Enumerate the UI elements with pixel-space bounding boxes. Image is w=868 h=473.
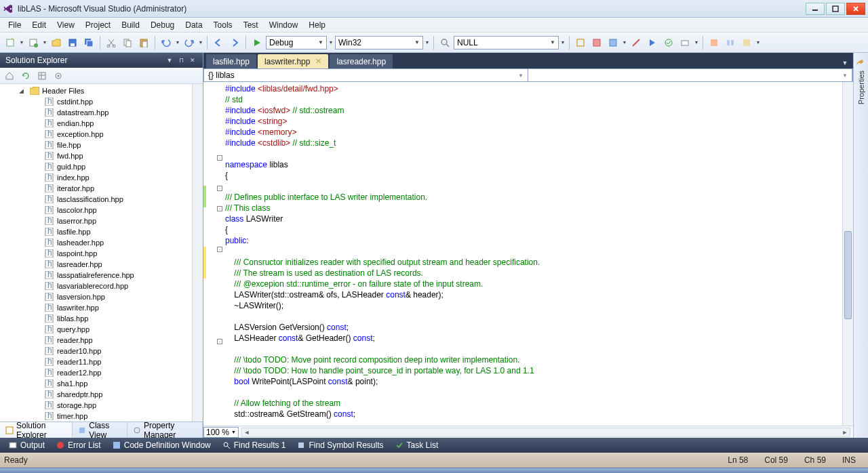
- panel-close-icon[interactable]: ✕: [188, 56, 197, 65]
- menu-build[interactable]: Build: [116, 19, 145, 31]
- dropdown-icon[interactable]: ▼: [425, 35, 430, 50]
- undo-icon[interactable]: [159, 35, 174, 50]
- scroll-left-icon[interactable]: ◄: [242, 429, 252, 436]
- tab-code-def[interactable]: Code Definition Window: [106, 438, 216, 452]
- tb-icon-b[interactable]: [589, 35, 604, 50]
- platform-combo[interactable]: Win32▼: [335, 36, 423, 49]
- tab-find-symbol[interactable]: Find Symbol Results: [291, 438, 389, 452]
- tab-error-list[interactable]: Error List: [50, 438, 106, 452]
- windows-taskbar[interactable]: [0, 468, 868, 473]
- tree-file[interactable]: hlasclassification.hpp: [0, 194, 192, 205]
- tb-icon-d[interactable]: [629, 35, 644, 50]
- start-debug-icon[interactable]: [250, 35, 264, 50]
- dropdown-icon[interactable]: ▼: [328, 35, 334, 50]
- outline-gutter[interactable]: - - - - -: [203, 82, 222, 426]
- tree-file[interactable]: hdatastream.hpp: [0, 107, 192, 118]
- code-area[interactable]: - - - - - #include <liblas/detail/fwd.hp…: [203, 82, 853, 426]
- tree-folder[interactable]: ◢ Header Files: [0, 85, 192, 96]
- editor-tab-lasreader[interactable]: lasreader.hpp: [330, 54, 393, 68]
- menu-help[interactable]: Help: [303, 19, 331, 31]
- outline-toggle-icon[interactable]: -: [217, 206, 222, 211]
- dropdown-icon[interactable]: ▼: [175, 35, 180, 50]
- tree-file[interactable]: hquery.hpp: [0, 324, 192, 335]
- tree-file[interactable]: hguid.hpp: [0, 161, 192, 172]
- dropdown-icon[interactable]: ▼: [560, 35, 566, 50]
- zoom-combo[interactable]: 100 %▼: [203, 427, 239, 438]
- editor-tab-lasfile[interactable]: lasfile.hpp: [206, 54, 256, 68]
- file-tree[interactable]: ◢ Header Files hcstdint.hpphdatastream.h…: [0, 84, 192, 421]
- scope-member-combo[interactable]: ▼: [528, 69, 852, 81]
- menu-file[interactable]: File: [3, 19, 26, 31]
- tab-class-view[interactable]: Class View: [73, 422, 127, 438]
- panel-dropdown-icon[interactable]: ▼: [165, 56, 174, 65]
- menu-tools[interactable]: Tools: [208, 19, 238, 31]
- tree-file[interactable]: hlascolor.hpp: [0, 205, 192, 215]
- tree-scrollbar[interactable]: [192, 84, 203, 421]
- tree-file[interactable]: hreader11.hpp: [0, 356, 192, 367]
- tree-file[interactable]: hlaspoint.hpp: [0, 248, 192, 259]
- tree-expand-icon[interactable]: ◢: [19, 87, 24, 94]
- menu-data[interactable]: Data: [180, 19, 208, 31]
- tab-close-icon[interactable]: ✕: [315, 57, 321, 66]
- tree-file[interactable]: hfwd.hpp: [0, 150, 192, 161]
- menu-project[interactable]: Project: [80, 19, 116, 31]
- save-icon[interactable]: [65, 35, 80, 50]
- minimize-button[interactable]: [806, 3, 825, 15]
- start-orb[interactable]: [0, 468, 23, 474]
- tree-file[interactable]: hsha1.hpp: [0, 378, 192, 389]
- tree-file[interactable]: hexception.hpp: [0, 129, 192, 140]
- menu-edit[interactable]: Edit: [26, 19, 52, 31]
- tree-file[interactable]: hfile.hpp: [0, 140, 192, 150]
- tree-file[interactable]: hliblas.hpp: [0, 313, 192, 324]
- tab-solution-explorer[interactable]: Solution Explorer: [0, 422, 73, 438]
- tree-file[interactable]: hlasvariablerecord.hpp: [0, 281, 192, 291]
- scope-namespace-combo[interactable]: {} liblas▼: [204, 69, 528, 81]
- tree-file[interactable]: hstorage.hpp: [0, 400, 192, 411]
- cut-icon[interactable]: [104, 35, 119, 50]
- tree-file[interactable]: hlasreader.hpp: [0, 259, 192, 270]
- tree-file[interactable]: hlasversion.hpp: [0, 291, 192, 302]
- nav-back-icon[interactable]: [211, 35, 226, 50]
- add-item-icon[interactable]: [26, 35, 41, 50]
- outline-toggle-icon[interactable]: -: [217, 339, 222, 344]
- close-button[interactable]: [846, 3, 865, 15]
- tree-file[interactable]: hlaswriter.hpp: [0, 302, 192, 313]
- outline-toggle-icon[interactable]: -: [217, 247, 222, 252]
- tree-file[interactable]: hlasheader.hpp: [0, 237, 192, 248]
- dropdown-icon[interactable]: ▼: [622, 35, 627, 50]
- save-all-icon[interactable]: [81, 35, 96, 50]
- tree-file[interactable]: hlasspatialreference.hpp: [0, 270, 192, 281]
- new-project-icon[interactable]: [3, 35, 18, 50]
- find-icon[interactable]: [437, 35, 452, 50]
- maximize-button[interactable]: [826, 3, 845, 15]
- tree-file[interactable]: hiterator.hpp: [0, 183, 192, 194]
- outline-toggle-icon[interactable]: -: [217, 155, 222, 161]
- menu-test[interactable]: Test: [238, 19, 264, 31]
- tree-file[interactable]: hsharedptr.hpp: [0, 389, 192, 400]
- tab-output[interactable]: Output: [3, 438, 50, 452]
- code-editor[interactable]: #include <liblas/detail/fwd.hpp> // std …: [222, 82, 842, 426]
- copy-icon[interactable]: [120, 35, 135, 50]
- tb-icon-f[interactable]: [661, 35, 676, 50]
- dropdown-icon[interactable]: ▼: [19, 35, 24, 50]
- tree-file[interactable]: hlasfile.hpp: [0, 226, 192, 237]
- paste-icon[interactable]: [136, 35, 151, 50]
- home-icon[interactable]: [3, 69, 16, 83]
- dropdown-icon[interactable]: ▼: [755, 35, 761, 50]
- tb-icon-g[interactable]: [677, 35, 692, 50]
- tab-find-results[interactable]: Find Results 1: [216, 438, 292, 452]
- menu-window[interactable]: Window: [264, 19, 304, 31]
- dropdown-icon[interactable]: ▼: [198, 35, 203, 50]
- dropdown-icon[interactable]: ▼: [42, 35, 47, 50]
- tb-icon-c[interactable]: [606, 35, 620, 50]
- tb-icon-h[interactable]: [707, 35, 722, 50]
- show-all-icon[interactable]: [35, 69, 49, 83]
- outline-toggle-icon[interactable]: -: [217, 186, 222, 191]
- refresh-icon[interactable]: [19, 69, 33, 83]
- redo-icon[interactable]: [182, 35, 197, 50]
- properties-icon[interactable]: [52, 69, 65, 83]
- tree-file[interactable]: hendian.hpp: [0, 118, 192, 129]
- tree-file[interactable]: hreader.hpp: [0, 335, 192, 346]
- find-combo[interactable]: NULL▼: [454, 36, 559, 49]
- tb-icon-j[interactable]: [739, 35, 754, 50]
